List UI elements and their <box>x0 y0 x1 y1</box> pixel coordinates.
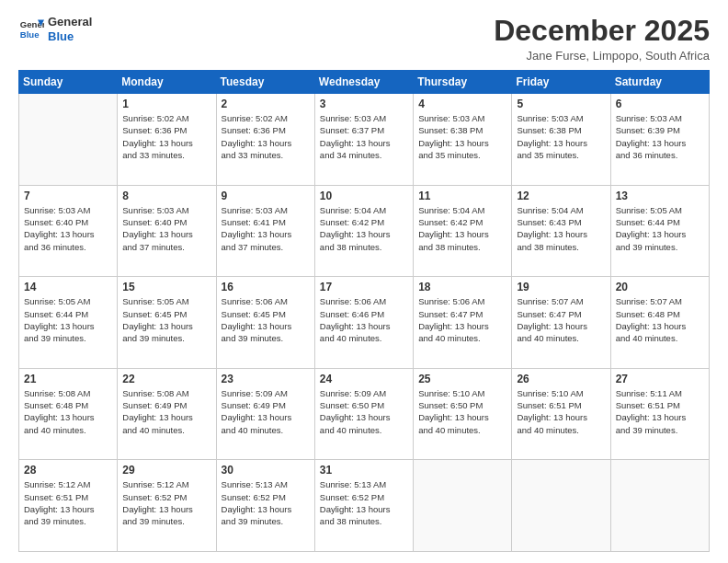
day-number: 19 <box>517 281 605 293</box>
day-number: 26 <box>517 373 605 385</box>
day-info: Sunrise: 5:07 AM Sunset: 6:48 PM Dayligh… <box>616 295 704 344</box>
day-cell: 20Sunrise: 5:07 AM Sunset: 6:48 PM Dayli… <box>610 277 709 369</box>
day-number: 21 <box>24 373 112 385</box>
day-cell: 7Sunrise: 5:03 AM Sunset: 6:40 PM Daylig… <box>19 185 118 277</box>
day-number: 12 <box>517 190 605 202</box>
day-cell <box>414 460 512 552</box>
day-info: Sunrise: 5:12 AM Sunset: 6:51 PM Dayligh… <box>24 478 112 527</box>
day-cell: 16Sunrise: 5:06 AM Sunset: 6:45 PM Dayli… <box>216 277 314 369</box>
day-info: Sunrise: 5:03 AM Sunset: 6:38 PM Dayligh… <box>418 112 506 161</box>
day-number: 2 <box>222 98 310 110</box>
page: General Blue General Blue December 2025 … <box>0 0 728 563</box>
day-cell: 28Sunrise: 5:12 AM Sunset: 6:51 PM Dayli… <box>19 460 118 552</box>
day-number: 22 <box>122 373 210 385</box>
day-number: 16 <box>222 281 310 293</box>
day-cell: 1Sunrise: 5:02 AM Sunset: 6:36 PM Daylig… <box>118 94 216 186</box>
day-cell: 31Sunrise: 5:13 AM Sunset: 6:52 PM Dayli… <box>314 460 413 552</box>
day-info: Sunrise: 5:09 AM Sunset: 6:50 PM Dayligh… <box>320 387 408 436</box>
day-number: 10 <box>320 190 408 202</box>
day-info: Sunrise: 5:03 AM Sunset: 6:38 PM Dayligh… <box>517 112 605 161</box>
day-info: Sunrise: 5:04 AM Sunset: 6:42 PM Dayligh… <box>320 204 408 253</box>
calendar-table: SundayMondayTuesdayWednesdayThursdayFrid… <box>18 70 710 552</box>
day-number: 4 <box>418 98 506 110</box>
day-number: 15 <box>122 281 210 293</box>
day-cell: 3Sunrise: 5:03 AM Sunset: 6:37 PM Daylig… <box>314 94 413 186</box>
weekday-thursday: Thursday <box>414 71 512 94</box>
day-cell: 15Sunrise: 5:05 AM Sunset: 6:45 PM Dayli… <box>118 277 216 369</box>
day-info: Sunrise: 5:04 AM Sunset: 6:43 PM Dayligh… <box>517 204 605 253</box>
day-number: 31 <box>320 464 408 477</box>
day-cell: 22Sunrise: 5:08 AM Sunset: 6:49 PM Dayli… <box>118 368 216 460</box>
day-cell: 24Sunrise: 5:09 AM Sunset: 6:50 PM Dayli… <box>314 368 413 460</box>
day-number: 7 <box>24 190 112 202</box>
day-number: 24 <box>320 373 408 385</box>
day-number: 8 <box>122 190 210 202</box>
day-number: 18 <box>418 281 506 293</box>
day-info: Sunrise: 5:06 AM Sunset: 6:47 PM Dayligh… <box>418 295 506 344</box>
day-cell: 6Sunrise: 5:03 AM Sunset: 6:39 PM Daylig… <box>610 94 709 186</box>
day-info: Sunrise: 5:09 AM Sunset: 6:49 PM Dayligh… <box>222 387 310 436</box>
day-info: Sunrise: 5:03 AM Sunset: 6:40 PM Dayligh… <box>122 204 210 253</box>
day-cell: 9Sunrise: 5:03 AM Sunset: 6:41 PM Daylig… <box>216 185 314 277</box>
day-cell: 17Sunrise: 5:06 AM Sunset: 6:46 PM Dayli… <box>314 277 413 369</box>
weekday-monday: Monday <box>118 71 216 94</box>
logo: General Blue General Blue <box>18 15 92 43</box>
day-cell: 10Sunrise: 5:04 AM Sunset: 6:42 PM Dayli… <box>314 185 413 277</box>
day-info: Sunrise: 5:05 AM Sunset: 6:45 PM Dayligh… <box>122 295 210 344</box>
title-block: December 2025 Jane Furse, Limpopo, South… <box>494 15 710 63</box>
day-cell: 5Sunrise: 5:03 AM Sunset: 6:38 PM Daylig… <box>512 94 610 186</box>
day-cell: 23Sunrise: 5:09 AM Sunset: 6:49 PM Dayli… <box>216 368 314 460</box>
day-cell: 2Sunrise: 5:02 AM Sunset: 6:36 PM Daylig… <box>216 94 314 186</box>
day-cell: 29Sunrise: 5:12 AM Sunset: 6:52 PM Dayli… <box>118 460 216 552</box>
month-title: December 2025 <box>494 15 710 47</box>
day-number: 1 <box>122 98 210 110</box>
week-row-2: 14Sunrise: 5:05 AM Sunset: 6:44 PM Dayli… <box>19 277 710 369</box>
day-number: 9 <box>222 190 310 202</box>
day-cell: 11Sunrise: 5:04 AM Sunset: 6:42 PM Dayli… <box>414 185 512 277</box>
day-number: 13 <box>616 190 704 202</box>
day-cell: 21Sunrise: 5:08 AM Sunset: 6:48 PM Dayli… <box>19 368 118 460</box>
day-info: Sunrise: 5:06 AM Sunset: 6:46 PM Dayligh… <box>320 295 408 344</box>
day-info: Sunrise: 5:03 AM Sunset: 6:40 PM Dayligh… <box>24 204 112 253</box>
day-cell: 18Sunrise: 5:06 AM Sunset: 6:47 PM Dayli… <box>414 277 512 369</box>
logo-line1: General <box>48 15 92 29</box>
day-number: 23 <box>222 373 310 385</box>
day-info: Sunrise: 5:08 AM Sunset: 6:48 PM Dayligh… <box>24 387 112 436</box>
day-number: 30 <box>222 464 310 477</box>
day-number: 28 <box>24 464 112 477</box>
day-cell: 30Sunrise: 5:13 AM Sunset: 6:52 PM Dayli… <box>216 460 314 552</box>
day-number: 25 <box>418 373 506 385</box>
svg-text:Blue: Blue <box>20 29 40 39</box>
weekday-header-row: SundayMondayTuesdayWednesdayThursdayFrid… <box>19 71 710 94</box>
day-number: 3 <box>320 98 408 110</box>
day-info: Sunrise: 5:06 AM Sunset: 6:45 PM Dayligh… <box>222 295 310 344</box>
day-cell <box>610 460 709 552</box>
weekday-sunday: Sunday <box>19 71 118 94</box>
header: General Blue General Blue December 2025 … <box>18 15 710 63</box>
day-cell: 13Sunrise: 5:05 AM Sunset: 6:44 PM Dayli… <box>610 185 709 277</box>
day-number: 6 <box>616 98 704 110</box>
day-info: Sunrise: 5:04 AM Sunset: 6:42 PM Dayligh… <box>418 204 506 253</box>
day-info: Sunrise: 5:13 AM Sunset: 6:52 PM Dayligh… <box>222 478 310 527</box>
logo-line2: Blue <box>48 29 92 44</box>
week-row-4: 28Sunrise: 5:12 AM Sunset: 6:51 PM Dayli… <box>19 460 710 552</box>
day-info: Sunrise: 5:08 AM Sunset: 6:49 PM Dayligh… <box>122 387 210 436</box>
day-info: Sunrise: 5:10 AM Sunset: 6:50 PM Dayligh… <box>418 387 506 436</box>
day-info: Sunrise: 5:02 AM Sunset: 6:36 PM Dayligh… <box>122 112 210 161</box>
day-number: 27 <box>616 373 704 385</box>
day-info: Sunrise: 5:05 AM Sunset: 6:44 PM Dayligh… <box>616 204 704 253</box>
day-info: Sunrise: 5:10 AM Sunset: 6:51 PM Dayligh… <box>517 387 605 436</box>
day-info: Sunrise: 5:03 AM Sunset: 6:41 PM Dayligh… <box>222 204 310 253</box>
day-cell: 27Sunrise: 5:11 AM Sunset: 6:51 PM Dayli… <box>610 368 709 460</box>
day-number: 29 <box>122 464 210 477</box>
day-cell: 19Sunrise: 5:07 AM Sunset: 6:47 PM Dayli… <box>512 277 610 369</box>
weekday-friday: Friday <box>512 71 610 94</box>
week-row-1: 7Sunrise: 5:03 AM Sunset: 6:40 PM Daylig… <box>19 185 710 277</box>
day-number: 17 <box>320 281 408 293</box>
day-cell: 12Sunrise: 5:04 AM Sunset: 6:43 PM Dayli… <box>512 185 610 277</box>
day-cell: 8Sunrise: 5:03 AM Sunset: 6:40 PM Daylig… <box>118 185 216 277</box>
day-info: Sunrise: 5:02 AM Sunset: 6:36 PM Dayligh… <box>222 112 310 161</box>
day-info: Sunrise: 5:11 AM Sunset: 6:51 PM Dayligh… <box>616 387 704 436</box>
weekday-tuesday: Tuesday <box>216 71 314 94</box>
day-info: Sunrise: 5:13 AM Sunset: 6:52 PM Dayligh… <box>320 478 408 527</box>
